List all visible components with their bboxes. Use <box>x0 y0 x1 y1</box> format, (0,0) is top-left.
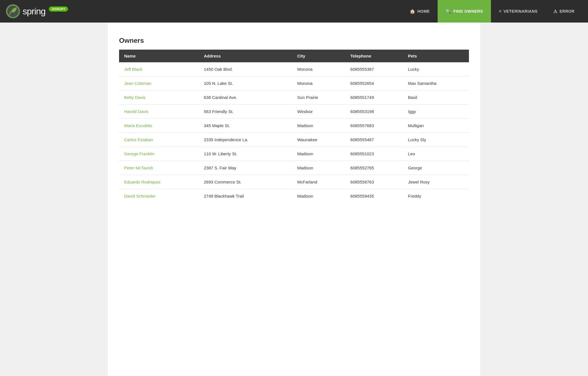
owner-city-cell: Waunakee <box>292 133 345 147</box>
owner-name-cell: Carlos Estaban <box>119 133 199 147</box>
col-header-city: City <box>292 50 345 62</box>
owner-city-cell: McFarland <box>292 175 345 189</box>
owner-telephone-cell: 6085552654 <box>345 76 403 90</box>
navbar: spring DISRUPT 🏠 HOME 🔍 FIND OWNERS ≡ VE… <box>0 0 588 23</box>
table-row: David Schroeder2749 Blackhawk TrailMadis… <box>119 189 469 203</box>
owner-address-cell: 1450 Oak Blvd. <box>199 62 292 76</box>
owner-city-cell: Madison <box>292 119 345 133</box>
owner-address-cell: 2749 Blackhawk Trail <box>199 189 292 203</box>
brand-name: spring <box>23 6 45 17</box>
table-row: Jean Coleman105 N. Lake St.Monona6085552… <box>119 76 469 90</box>
nav-item-veterinarians[interactable]: ≡ VETERINARIANS <box>491 0 546 23</box>
owner-pets-cell: Freddy <box>403 189 469 203</box>
table-row: George Franklin110 W. Liberty St.Madison… <box>119 147 469 161</box>
owner-pets-cell: Leo <box>403 147 469 161</box>
table-row: Betty Davis638 Cardinal Ave.Sun Prairie6… <box>119 90 469 105</box>
owner-telephone-cell: 6085551023 <box>345 147 403 161</box>
owner-name-link[interactable]: David Schroeder <box>124 194 156 198</box>
owner-address-cell: 2693 Commerce St. <box>199 175 292 189</box>
table-row: Peter McTavish2387 S. Fair WayMadison608… <box>119 161 469 175</box>
owner-name-link[interactable]: George Franklin <box>124 151 155 156</box>
owner-address-cell: 105 N. Lake St. <box>199 76 292 90</box>
table-row: Maria Escobito345 Maple St.Madison608555… <box>119 119 469 133</box>
page-title: Owners <box>119 37 469 45</box>
owner-address-cell: 345 Maple St. <box>199 119 292 133</box>
nav-item-home[interactable]: 🏠 HOME <box>402 0 438 23</box>
table-row: Harold Davis563 Friendly St.Windsor60855… <box>119 105 469 119</box>
owner-telephone-cell: 6085555387 <box>345 62 403 76</box>
main-content: Owners Name Address City Telephone Pets … <box>108 23 480 376</box>
brand-logo: spring DISRUPT <box>6 4 68 19</box>
owner-address-cell: 110 W. Liberty St. <box>199 147 292 161</box>
owner-name-link[interactable]: Betty Davis <box>124 95 146 100</box>
owner-telephone-cell: 6085555487 <box>345 133 403 147</box>
owner-city-cell: Monona <box>292 76 345 90</box>
svg-point-3 <box>12 10 14 12</box>
owner-name-cell: Jeff Black <box>119 62 199 76</box>
list-icon: ≡ <box>499 9 502 14</box>
owner-pets-cell: Lucky <box>403 62 469 76</box>
table-row: Eduardo Rodriquez2693 Commerce St.McFarl… <box>119 175 469 189</box>
table-row: Jeff Black1450 Oak Blvd.Monona6085555387… <box>119 62 469 76</box>
table-header: Name Address City Telephone Pets <box>119 50 469 62</box>
owner-pets-cell: Max Samantha <box>403 76 469 90</box>
search-icon: 🔍 <box>446 9 451 14</box>
owner-telephone-cell: 6085557683 <box>345 119 403 133</box>
owner-address-cell: 638 Cardinal Ave. <box>199 90 292 105</box>
owner-address-cell: 563 Friendly St. <box>199 105 292 119</box>
warning-icon: ⚠ <box>553 9 558 14</box>
table-row: Carlos Estaban2335 Independence La.Wauna… <box>119 133 469 147</box>
owner-address-cell: 2335 Independence La. <box>199 133 292 147</box>
owner-name-cell: Peter McTavish <box>119 161 199 175</box>
owner-name-link[interactable]: Peter McTavish <box>124 165 153 170</box>
owners-table: Name Address City Telephone Pets Jeff Bl… <box>119 50 469 203</box>
owner-pets-cell: George <box>403 161 469 175</box>
owner-name-link[interactable]: Harold Davis <box>124 109 148 114</box>
nav-item-find-owners-label: FIND OWNERS <box>453 9 483 14</box>
owner-name-cell: Harold Davis <box>119 105 199 119</box>
owner-name-cell: Eduardo Rodriquez <box>119 175 199 189</box>
col-header-pets: Pets <box>403 50 469 62</box>
home-icon: 🏠 <box>410 9 416 14</box>
owner-name-link[interactable]: Maria Escobito <box>124 123 152 128</box>
owner-pets-cell: Basil <box>403 90 469 105</box>
nav-links: 🏠 HOME 🔍 FIND OWNERS ≡ VETERINARIANS ⚠ E… <box>402 0 582 23</box>
table-body: Jeff Black1450 Oak Blvd.Monona6085555387… <box>119 62 469 203</box>
owner-pets-cell: Iggy <box>403 105 469 119</box>
owner-name-cell: Jean Coleman <box>119 76 199 90</box>
owner-name-cell: Betty Davis <box>119 90 199 105</box>
owner-name-link[interactable]: Jeff Black <box>124 67 142 72</box>
spring-logo-icon <box>6 4 20 19</box>
owner-address-cell: 2387 S. Fair Way <box>199 161 292 175</box>
nav-item-error-label: ERROR <box>560 9 574 14</box>
owner-name-link[interactable]: Eduardo Rodriquez <box>124 180 161 184</box>
col-header-telephone: Telephone <box>345 50 403 62</box>
owner-name-link[interactable]: Jean Coleman <box>124 81 152 86</box>
owner-city-cell: Madison <box>292 161 345 175</box>
owner-city-cell: Windsor <box>292 105 345 119</box>
owner-pets-cell: Mulligan <box>403 119 469 133</box>
owner-telephone-cell: 6085553198 <box>345 105 403 119</box>
owner-telephone-cell: 6085552765 <box>345 161 403 175</box>
nav-item-find-owners[interactable]: 🔍 FIND OWNERS <box>438 0 491 23</box>
col-header-name: Name <box>119 50 199 62</box>
owner-name-cell: Maria Escobito <box>119 119 199 133</box>
owner-name-cell: David Schroeder <box>119 189 199 203</box>
owner-city-cell: Sun Prairie <box>292 90 345 105</box>
owner-name-link[interactable]: Carlos Estaban <box>124 137 153 142</box>
owner-pets-cell: Jewel Rosy <box>403 175 469 189</box>
owner-city-cell: Madison <box>292 147 345 161</box>
owner-telephone-cell: 6085558763 <box>345 175 403 189</box>
col-header-address: Address <box>199 50 292 62</box>
owner-pets-cell: Lucky Sly <box>403 133 469 147</box>
owner-city-cell: Monona <box>292 62 345 76</box>
owner-name-cell: George Franklin <box>119 147 199 161</box>
nav-item-veterinarians-label: VETERINARIANS <box>504 9 538 14</box>
nav-item-home-label: HOME <box>417 9 430 14</box>
owner-city-cell: Madison <box>292 189 345 203</box>
owner-telephone-cell: 6085551749 <box>345 90 403 105</box>
owner-telephone-cell: 6085559435 <box>345 189 403 203</box>
nav-item-error[interactable]: ⚠ ERROR <box>545 0 582 23</box>
brand-badge: DISRUPT <box>49 6 68 12</box>
